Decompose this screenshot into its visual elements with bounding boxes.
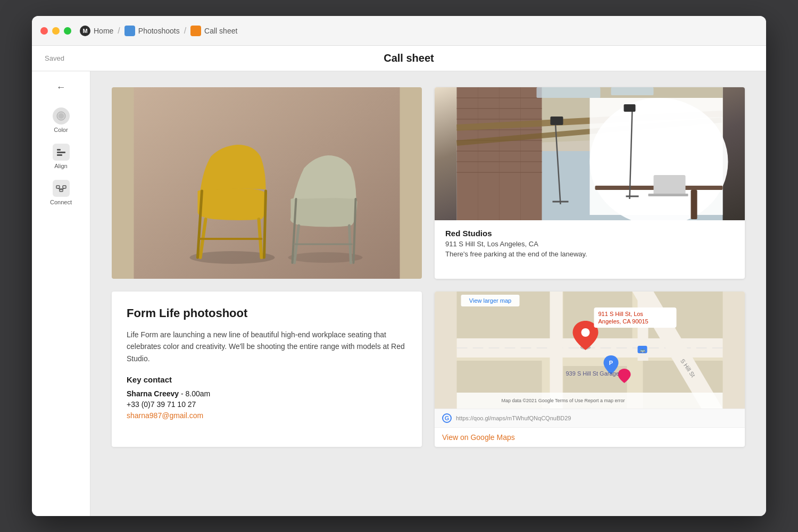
svg-text:Map data ©2021 Google  Terms o: Map data ©2021 Google Terms of Use Repor… <box>501 398 625 403</box>
app-window: M Home / Photoshoots / Call sheet Saved … <box>32 16 766 516</box>
map-url: https://qoo.gl/maps/mTWhufQNqCQnuBD29 <box>456 415 737 421</box>
main-layout: ← Color Align <box>32 71 766 516</box>
home-label: Home <box>94 27 113 35</box>
map-area[interactable]: S Hill St P 🚌 9 <box>435 292 745 409</box>
map-card: S Hill St P 🚌 9 <box>435 292 745 447</box>
google-icon: G <box>442 413 452 423</box>
svg-rect-64 <box>550 292 563 409</box>
svg-text:Angeles, CA 90015: Angeles, CA 90015 <box>598 318 649 325</box>
svg-rect-52 <box>537 87 601 98</box>
svg-text:939 S Hill St Garage: 939 S Hill St Garage <box>566 370 619 377</box>
callsheet-icon <box>190 26 201 36</box>
breadcrumb-photoshoots[interactable]: Photoshoots <box>124 26 180 36</box>
sidebar-tool-color[interactable]: Color <box>40 103 82 137</box>
callsheet-label: Call sheet <box>204 27 237 35</box>
sidebar: ← Color Align <box>32 71 90 516</box>
connect-label: Connect <box>50 199 72 205</box>
color-label: Color <box>54 127 68 133</box>
svg-text:911 S Hill St, Los: 911 S Hill St, Los <box>598 311 644 317</box>
view-on-google-maps-link[interactable]: View on Google Maps <box>435 427 745 447</box>
studio-note: There's free parking at the end of the l… <box>445 250 734 258</box>
align-label: Align <box>54 163 67 169</box>
align-icon <box>53 144 70 161</box>
studio-info: Red Studios 911 S Hill St, Los Angeles, … <box>435 220 745 267</box>
content-area: Red Studios 911 S Hill St, Los Angeles, … <box>90 71 766 516</box>
sidebar-tool-connect[interactable]: Connect <box>40 176 82 210</box>
color-icon <box>53 107 70 124</box>
svg-line-16 <box>264 191 266 257</box>
studio-image <box>435 87 745 220</box>
svg-rect-44 <box>654 175 686 195</box>
svg-text:View larger map: View larger map <box>469 297 511 304</box>
close-button[interactable] <box>40 27 48 35</box>
map-url-bar: G https://qoo.gl/maps/mTWhufQNqCQnuBD29 <box>435 409 745 427</box>
info-body: Life Form are launching a new line of be… <box>127 329 407 364</box>
maximize-button[interactable] <box>64 27 71 35</box>
svg-rect-5 <box>56 186 60 188</box>
contact-name: Sharna Creevy - 8.00am <box>127 389 407 398</box>
svg-rect-3 <box>57 152 65 153</box>
minimize-button[interactable] <box>52 27 60 35</box>
svg-rect-4 <box>57 154 62 156</box>
svg-rect-51 <box>624 104 636 112</box>
key-contact-label: Key contact <box>127 375 407 384</box>
connect-icon <box>53 180 70 197</box>
breadcrumb-sep-1: / <box>118 26 120 36</box>
sidebar-tool-align[interactable]: Align <box>40 139 82 173</box>
svg-point-1 <box>59 113 64 119</box>
studio-name: Red Studios <box>445 229 734 238</box>
svg-rect-45 <box>649 194 688 196</box>
svg-rect-2 <box>57 149 61 151</box>
photoshoots-label: Photoshoots <box>138 27 180 35</box>
home-icon: M <box>80 26 90 36</box>
svg-rect-6 <box>63 186 66 188</box>
breadcrumb-callsheet[interactable]: Call sheet <box>190 26 237 36</box>
studio-address: 911 S Hill St, Los Angeles, CA <box>445 240 734 248</box>
svg-text:🚌: 🚌 <box>640 347 645 353</box>
breadcrumb-home[interactable]: M Home <box>80 26 113 36</box>
saved-status: Saved <box>45 54 64 62</box>
page-title-area: Call sheet <box>64 52 753 64</box>
chair-image-card <box>112 87 422 279</box>
info-card: Form Life photoshoot Life Form are launc… <box>112 292 422 447</box>
contact-phone: +33 (0)7 39 71 10 27 <box>127 400 407 409</box>
info-title: Form Life photoshoot <box>127 306 407 320</box>
traffic-lights <box>40 27 71 35</box>
svg-rect-53 <box>611 87 654 95</box>
studio-card: Red Studios 911 S Hill St, Los Angeles, … <box>435 87 745 279</box>
toolbar: Saved Call sheet <box>32 46 766 71</box>
svg-rect-10 <box>134 87 400 279</box>
page-title: Call sheet <box>384 52 434 64</box>
photoshoots-icon <box>124 26 135 36</box>
svg-point-68 <box>581 328 590 337</box>
breadcrumb-sep-2: / <box>184 26 186 36</box>
back-button[interactable]: ← <box>52 78 71 97</box>
contact-email[interactable]: sharna987@gmail.com <box>127 411 203 420</box>
breadcrumb: M Home / Photoshoots / Call sheet <box>80 26 237 36</box>
svg-rect-43 <box>691 190 697 219</box>
titlebar: M Home / Photoshoots / Call sheet <box>32 16 766 46</box>
svg-text:P: P <box>609 360 613 366</box>
svg-rect-41 <box>590 98 723 215</box>
svg-rect-48 <box>551 117 563 125</box>
